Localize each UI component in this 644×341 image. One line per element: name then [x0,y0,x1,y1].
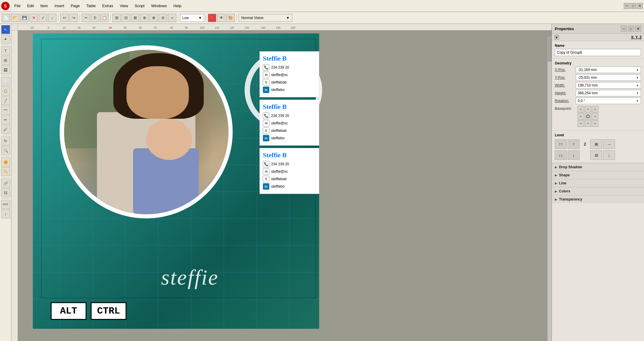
menu-help[interactable]: Help [170,2,184,9]
panel-max-button[interactable]: □ [628,26,634,32]
cms-button[interactable]: 🎨 [226,14,235,22]
level-grid-icon[interactable]: ⊞ [590,139,602,149]
bp-bc[interactable] [585,120,591,127]
preflight-button[interactable]: ✓ [39,14,47,22]
tool-rotate[interactable]: ↻ [1,136,10,145]
transparency-header[interactable]: ▶ Transparency [552,195,644,203]
open-button[interactable]: 📂 [11,14,19,22]
canvas-content[interactable]: steffie ALT CTRL Steffie B [18,30,552,341]
bp-mc[interactable] [585,113,591,120]
level-to-bottom[interactable]: ↓↓ [555,150,567,160]
tool-zoom[interactable]: 🔍 [1,146,10,155]
toolbar-sep-4 [178,14,178,21]
window-restore[interactable]: □ [630,3,636,9]
tool-bezier[interactable]: 〜 [1,106,10,115]
bp-tc[interactable] [585,106,591,112]
canvas-area[interactable]: -20 0 10 20 30 40 50 60 70 80 90 100 110… [11,24,552,341]
document-page[interactable]: steffie ALT CTRL Steffie B [33,33,319,329]
level-to-top[interactable]: ↑↑ [555,139,567,149]
tool-text[interactable]: T [1,46,10,55]
tool-freehand[interactable]: ✏ [1,115,10,124]
tool-arrow[interactable]: ↖ [1,25,10,34]
bp-bl[interactable] [577,120,584,127]
drop-shadow-section: ▶ Drop Shadow [552,163,644,171]
links-button[interactable]: ⊗ [149,14,158,22]
xpos-field[interactable]: -31,169 mm ▼ [576,67,641,73]
undo-button[interactable]: ↩ [60,14,69,22]
tool-unlink[interactable]: ⛓ [1,188,10,197]
canvas-scrollbar-v[interactable] [547,37,552,341]
card1-phone: 234 239 20 [271,65,289,70]
vision-dropdown[interactable]: Normal Vision ▼ [239,14,292,22]
width-field[interactable]: 199,710 mm ▼ [576,82,641,89]
level-arrow-down[interactable]: ↓ [603,150,615,160]
panel-min-button[interactable]: ─ [621,26,627,32]
copy-button[interactable]: ⎘ [91,14,99,22]
level-section: Level ↑↑ ↑ 2 ⊞ → ↓↓ ↓ ⊟ ↓ [552,131,644,163]
menu-script[interactable]: Script [132,2,147,9]
tool-eyedropper[interactable]: 🔶 [1,158,10,166]
align-button[interactable]: ⊠ [131,14,139,22]
drop-shadow-header[interactable]: ▶ Drop Shadow [552,163,644,171]
tool-scroll[interactable]: ↕ [1,209,10,218]
menu-insert[interactable]: Insert [52,2,67,9]
quality-dropdown[interactable]: Low ▼ [180,14,204,22]
tool-polygon[interactable]: ⬡ [1,87,10,95]
level-grid-icon-2[interactable]: ⊟ [590,150,602,160]
menu-file[interactable]: File [11,2,24,9]
export-button[interactable]: ↓ [48,14,56,22]
line-header[interactable]: ▶ Line [552,179,644,187]
height-field[interactable]: 366,254 mm ▼ [576,90,641,96]
mode-arrow[interactable]: ▼ [554,35,559,40]
more-button[interactable]: » [168,14,176,22]
transparency-section: ▶ Transparency [552,195,644,203]
level-arrow-right[interactable]: → [603,139,615,149]
view-mode-button[interactable]: 👁 [217,14,226,22]
window-minimize[interactable]: ─ [624,3,630,9]
redo-button[interactable]: ↪ [70,14,78,22]
name-input[interactable] [555,49,641,56]
bp-tr[interactable] [592,106,598,112]
tool-calligraphic[interactable]: 🖊 [1,125,10,134]
cut-button[interactable]: ✂ [82,14,90,22]
scrollbar-thumb[interactable] [548,38,552,61]
grid-button[interactable]: ⊟ [122,14,130,22]
name-section-title: Name [555,44,641,48]
bp-br[interactable] [592,120,598,127]
close-doc-button[interactable]: ✕ [30,14,38,22]
tool-edit-node[interactable]: ✦ [1,35,10,44]
bp-tl[interactable] [577,106,584,112]
menu-edit[interactable]: Edit [24,2,37,9]
snap-button[interactable]: ⊞ [112,14,121,22]
menu-windows[interactable]: Windows [148,2,170,9]
paste-button[interactable]: 📋 [100,14,109,22]
shape-header[interactable]: ▶ Shape [552,171,644,179]
profile-photo-circle[interactable] [60,45,233,218]
menu-extras[interactable]: Extras [99,2,116,9]
bp-ml[interactable] [577,113,584,120]
level-up[interactable]: ↑ [568,139,580,149]
panel-close-button[interactable]: ✕ [635,26,641,32]
tool-pdf-push[interactable]: PDF [1,200,10,209]
color-preview-button[interactable]: 🔴 [208,14,216,22]
tool-link[interactable]: 🔗 [1,179,10,188]
menu-page[interactable]: Page [68,2,83,9]
tool-image[interactable]: 🖼 [1,65,10,74]
window-close[interactable]: ✕ [637,3,643,9]
menu-view[interactable]: View [117,2,131,9]
rotation-field[interactable]: 0,0 ° ▼ [576,98,641,104]
menu-item[interactable]: Item [37,2,51,9]
save-button[interactable]: 💾 [20,14,29,22]
measure-button[interactable]: ⊕ [140,14,149,22]
new-button[interactable]: 📄 [2,14,10,22]
level-down[interactable]: ↓ [568,150,580,160]
menu-table[interactable]: Table [84,2,99,9]
tool-shape[interactable]: ⬜ [1,77,10,86]
pdf-button[interactable]: ⊘ [159,14,167,22]
ypos-field[interactable]: -25,031 mm ▼ [576,74,641,81]
bp-mr[interactable] [592,113,598,120]
tool-measure[interactable]: 📏 [1,167,10,176]
tool-line[interactable]: ╱ [1,96,10,105]
tool-table[interactable]: ⊞ [1,56,10,65]
colors-header[interactable]: ▶ Colors [552,187,644,195]
